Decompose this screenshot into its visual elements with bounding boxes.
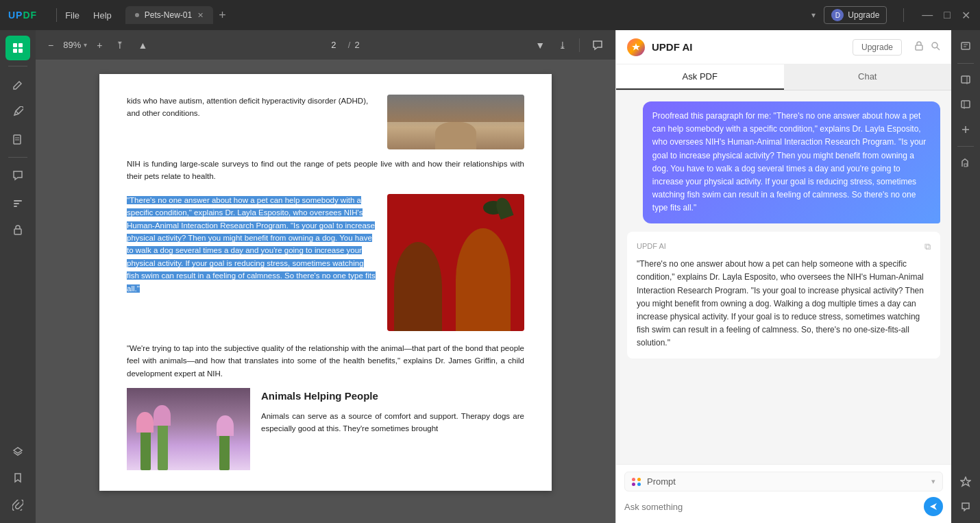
zoom-level: 89% [63, 40, 81, 50]
ai-upgrade-btn[interactable]: Upgrade [853, 39, 902, 56]
sidebar-div1 [8, 66, 27, 66]
tab-indicator [135, 13, 139, 17]
menu-help[interactable]: Help [93, 10, 112, 21]
toolbar-sep [579, 38, 580, 52]
ask-input[interactable] [624, 498, 918, 516]
page-next-btn[interactable]: ▼ [531, 37, 549, 53]
tab-close-btn[interactable]: ✕ [197, 11, 204, 20]
prompt-dots-icon [632, 478, 641, 486]
zoom-dropdown-icon[interactable]: ▾ [84, 41, 87, 49]
page-sep: / [348, 40, 351, 50]
close-btn[interactable]: ✕ [961, 9, 970, 22]
right-chat-icon[interactable] [955, 496, 977, 518]
user-message: Proofread this paragraph for me: "There'… [643, 101, 940, 223]
pdf-content[interactable]: kids who have autism, attention deficit … [36, 60, 615, 523]
svg-rect-8 [14, 203, 19, 204]
sidebar-bookmark-icon[interactable] [5, 465, 30, 490]
ai-response: UPDF AI ⧉ "There's no one answer about h… [627, 232, 940, 358]
bottom-quote: "We're trying to tap into the subjective… [127, 342, 524, 380]
svg-rect-1 [19, 43, 23, 47]
ai-response-text: "There's no one answer about how a pet c… [637, 259, 924, 348]
top-text-col: kids who have autism, attention deficit … [127, 95, 376, 149]
maximize-btn[interactable]: □ [944, 9, 951, 21]
page-first-btn[interactable]: ⤒ [112, 37, 128, 53]
main-layout: − 89% ▾ + ⤒ ▲ / 2 ▼ ⤓ [0, 30, 980, 523]
right-sidebar-icon5[interactable] [955, 152, 977, 174]
ai-title: UPDF AI [652, 41, 692, 53]
title-bar-right: ▾ D Upgrade — □ ✕ [811, 6, 972, 24]
pdf-area: − 89% ▾ + ⤒ ▲ / 2 ▼ ⤓ [36, 30, 615, 523]
page-last-btn[interactable]: ⤓ [554, 37, 571, 53]
pdf-page: kids who have autism, attention deficit … [99, 74, 552, 491]
minimize-btn[interactable]: — [922, 9, 933, 21]
page-nav: / 2 [323, 40, 360, 50]
sidebar-annotate-icon[interactable] [5, 99, 30, 124]
sidebar-form-icon[interactable] [5, 191, 30, 215]
search-icon[interactable] [931, 41, 940, 53]
right-sidebar-icon1[interactable] [955, 36, 977, 58]
ai-chat-area[interactable]: Proofread this paragraph for me: "There'… [616, 90, 951, 464]
tab-chat[interactable]: Chat [784, 64, 952, 90]
sidebar-pages-icon[interactable] [5, 127, 30, 151]
upgrade-button[interactable]: D Upgrade [824, 6, 887, 24]
sidebar-clip-icon[interactable] [5, 493, 30, 518]
sidebar-layers-icon[interactable] [5, 438, 30, 463]
intro-text: NIH is funding large-scale surveys to fi… [127, 158, 524, 183]
zoom-display: 89% ▾ [63, 40, 87, 50]
send-button[interactable] [924, 497, 943, 516]
dot3 [632, 483, 635, 486]
zoom-out-btn[interactable]: − [44, 37, 58, 53]
ai-header: UPDF AI Upgrade [616, 30, 951, 64]
right-ai-icon[interactable] [955, 471, 977, 493]
tab-add-btn[interactable]: + [219, 8, 226, 23]
cat-image [387, 95, 524, 149]
prompt-label: Prompt [647, 476, 926, 487]
right-sidebar-icon2[interactable] [955, 69, 977, 91]
tab-ask-pdf[interactable]: Ask PDF [616, 64, 784, 90]
animals-helping-text: Animals Helping People Animals can serve… [261, 388, 524, 470]
right-sidebar-icon3[interactable] [955, 94, 977, 116]
svg-rect-0 [13, 43, 17, 47]
page-prev-btn[interactable]: ▲ [134, 37, 151, 53]
svg-rect-14 [961, 42, 970, 49]
ai-response-label: UPDF AI [637, 241, 666, 253]
highlighted-paragraph: "There's no one answer about how a pet c… [127, 196, 376, 293]
ai-response-header: UPDF AI ⧉ [637, 240, 931, 254]
sidebar-view-icon[interactable] [5, 36, 30, 60]
section-title: Animals Helping People [261, 388, 524, 404]
tabs-chevron-icon[interactable]: ▾ [811, 10, 816, 20]
copy-icon[interactable]: ⧉ [924, 240, 931, 254]
ai-logo [627, 38, 645, 56]
top-section: kids who have autism, attention deficit … [127, 95, 524, 149]
zoom-in-btn[interactable]: + [93, 37, 106, 53]
dot4 [637, 483, 641, 486]
lock-icon[interactable] [914, 41, 924, 53]
left-sidebar [0, 30, 36, 523]
sidebar-protect-icon[interactable] [5, 218, 30, 243]
sep2 [903, 8, 904, 22]
tab-pets[interactable]: Pets-New-01 ✕ [125, 6, 213, 24]
right-sidebar-div2 [957, 146, 974, 147]
svg-line-13 [937, 47, 940, 50]
sidebar-div2 [8, 157, 27, 158]
prompt-selector[interactable]: Prompt ▾ [624, 472, 943, 491]
svg-rect-11 [916, 45, 922, 50]
menu-file[interactable]: File [65, 10, 79, 21]
svg-rect-10 [14, 229, 21, 234]
sidebar-edit-icon[interactable] [5, 72, 30, 97]
highlighted-text-col: "There's no one answer about how a pet c… [127, 194, 376, 331]
dot1 [632, 478, 635, 481]
ai-panel: UPDF AI Upgrade Ask PDF Chat Proofread t… [615, 30, 951, 523]
right-sidebar-icon4[interactable] [955, 119, 977, 141]
comment-btn[interactable] [588, 37, 607, 53]
title-bar: UPDF File Help Pets-New-01 ✕ + ▾ D Upgra… [0, 0, 980, 30]
svg-rect-15 [961, 76, 970, 83]
sidebar-comment-icon[interactable] [5, 163, 30, 188]
section-text: Animals can serve as a source of comfort… [261, 410, 524, 435]
prompt-chevron-icon: ▾ [931, 477, 935, 486]
right-sidebar [951, 30, 980, 523]
page-number-input[interactable] [323, 40, 344, 50]
ask-input-row [624, 497, 943, 516]
dogs-image-col [387, 194, 524, 331]
flowers-image [127, 388, 250, 470]
